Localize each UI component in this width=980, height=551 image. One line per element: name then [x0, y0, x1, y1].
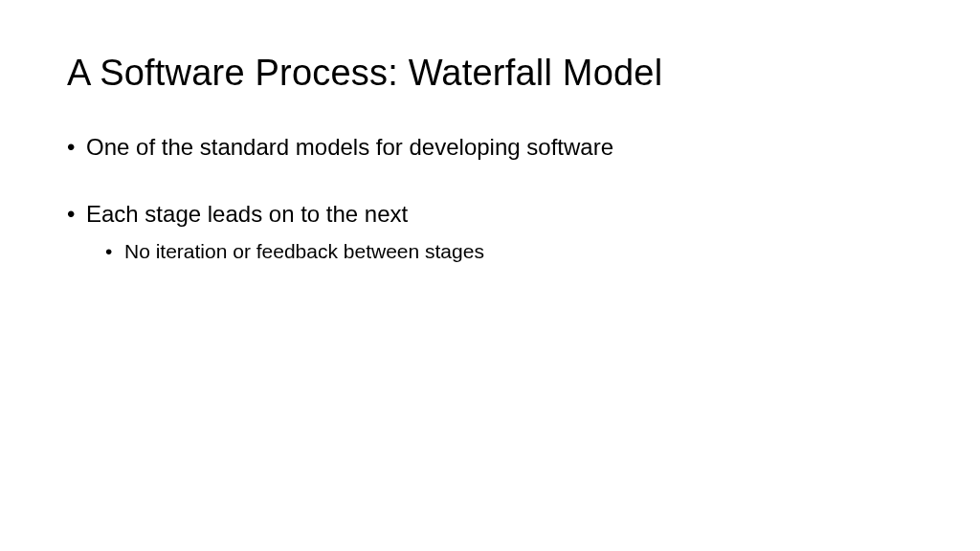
- list-item: Each stage leads on to the next: [67, 199, 913, 230]
- slide-title: A Software Process: Waterfall Model: [67, 53, 913, 94]
- list-item: One of the standard models for developin…: [67, 132, 913, 163]
- bullet-list: One of the standard models for developin…: [67, 132, 913, 265]
- list-item: No iteration or feedback between stages: [67, 238, 913, 265]
